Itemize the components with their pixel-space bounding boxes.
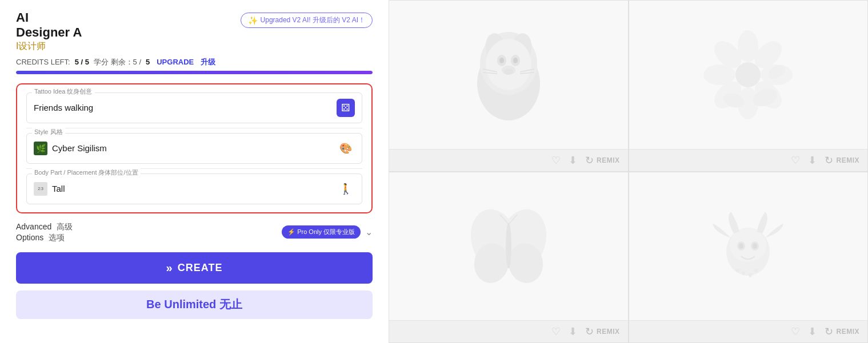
create-button[interactable]: » CREATE <box>16 252 373 284</box>
app-title-cn: I设计师 <box>16 41 82 53</box>
advanced-cn-label: 高级 <box>57 222 73 231</box>
app-title-line2: Designer A <box>16 25 82 40</box>
body-part-value-container: 2:3 Tall <box>34 182 65 196</box>
dice-icon: ⚄ <box>341 102 350 114</box>
create-button-label: CREATE <box>178 262 223 274</box>
upgrade-link-en[interactable]: UPGRADE <box>157 58 194 66</box>
download-icon-wolf[interactable]: ⬇ <box>569 154 577 167</box>
heart-icon-wolf[interactable]: ♡ <box>551 154 561 167</box>
svg-point-10 <box>504 69 513 75</box>
like-group-flower[interactable]: ♡ <box>791 154 800 167</box>
heart-icon-demon[interactable]: ♡ <box>791 325 800 338</box>
gallery-actions-butterfly: ♡ ⬇ ↻ REMIX <box>389 320 628 342</box>
remix-label-wolf: REMIX <box>597 156 620 164</box>
left-panel: AI Designer A I设计师 ✨ Upgraded V2 AI! 升级后… <box>0 0 389 343</box>
gallery-panel: ♡ ⬇ ↻ REMIX <box>389 0 868 343</box>
credits-label-en: CREDITS LEFT: <box>16 58 70 66</box>
unlimited-banner-text: Be Unlimited 无止 <box>146 298 242 310</box>
form-box: Tattoo Idea 纹身创意 Friends walking ⚄ Style… <box>16 83 373 213</box>
gallery-img-flower <box>629 1 868 149</box>
gallery-actions-flower: ♡ ⬇ ↻ REMIX <box>629 149 868 171</box>
like-group-wolf[interactable]: ♡ <box>551 154 561 167</box>
advanced-right-controls: ⚡ Pro Only 仅限专业版 ⌄ <box>282 225 373 239</box>
svg-point-7 <box>499 58 504 63</box>
upgrade-link-cn[interactable]: 升级 <box>201 57 215 67</box>
download-icon-flower[interactable]: ⬇ <box>808 154 817 167</box>
upgrade-badge-text: Upgraded V2 AI! 升级后的 V2 AI！ <box>261 15 365 25</box>
body-person-icon: 🚶 <box>339 183 352 195</box>
credits-value-cn: 5 <box>146 58 150 66</box>
style-thumb-icon: 🌿 <box>36 144 46 153</box>
upgrade-badge[interactable]: ✨ Upgraded V2 AI! 升级后的 V2 AI！ <box>241 13 373 28</box>
remix-group-wolf[interactable]: ↻ REMIX <box>585 154 620 167</box>
download-group-wolf[interactable]: ⬇ <box>569 154 577 167</box>
credits-label-cn: 学分 剩余：5 / <box>94 57 141 67</box>
divider-1 <box>26 128 362 128</box>
butterfly-svg <box>463 200 554 292</box>
pro-badge-text: ⚡ Pro Only 仅限专业版 <box>287 228 355 236</box>
body-part-input-row[interactable]: 2:3 Tall 🚶 <box>26 173 362 204</box>
download-group-demon[interactable]: ⬇ <box>808 325 817 338</box>
heart-icon-flower[interactable]: ♡ <box>791 154 800 167</box>
remix-icon-demon[interactable]: ↻ <box>825 325 833 338</box>
heart-icon-butterfly[interactable]: ♡ <box>551 325 561 338</box>
flower-svg <box>702 29 794 120</box>
remix-group-butterfly[interactable]: ↻ REMIX <box>585 325 620 338</box>
svg-point-31 <box>506 223 511 269</box>
style-thumb: 🌿 <box>34 142 47 155</box>
remix-label-butterfly: REMIX <box>597 328 620 336</box>
gallery-cell-butterfly: ♡ ⬇ ↻ REMIX <box>389 172 629 344</box>
advanced-label-block: Advanced 高级 Options 选项 <box>16 221 73 243</box>
style-icon-btn[interactable]: 🎨 <box>337 139 355 158</box>
svg-point-39 <box>753 243 757 249</box>
style-section: Style 风格 🌿 Cyber Sigilism 🎨 <box>26 133 362 164</box>
credits-row: CREDITS LEFT: 5 / 5 学分 剩余：5 / 5 UPGRADE … <box>16 57 373 67</box>
create-arrows-icon: » <box>166 261 173 275</box>
pro-only-badge[interactable]: ⚡ Pro Only 仅限专业版 <box>282 225 361 239</box>
progress-bar-container <box>16 71 373 74</box>
style-select-icon: 🎨 <box>339 142 352 155</box>
svg-point-4 <box>486 39 531 90</box>
unlimited-banner: Be Unlimited 无止 <box>16 290 373 319</box>
like-group-demon[interactable]: ♡ <box>791 325 800 338</box>
like-group-butterfly[interactable]: ♡ <box>551 325 561 338</box>
body-part-icon-btn[interactable]: 🚶 <box>337 180 355 198</box>
style-value-container: 🌿 Cyber Sigilism <box>34 142 107 155</box>
body-part-value-text: Tall <box>52 184 65 193</box>
body-part-label: Body Part / Placement 身体部位/位置 <box>32 168 141 177</box>
remix-label-demon: REMIX <box>836 328 859 336</box>
remix-group-demon[interactable]: ↻ REMIX <box>825 325 859 338</box>
download-group-butterfly[interactable]: ⬇ <box>569 325 577 338</box>
gallery-img-demon <box>629 172 868 321</box>
chevron-down-icon[interactable]: ⌄ <box>365 227 373 237</box>
gallery-img-wolf <box>389 1 628 149</box>
gallery-cell-flower: ♡ ⬇ ↻ REMIX <box>629 0 869 172</box>
demon-svg <box>702 200 794 292</box>
style-label: Style 风格 <box>32 128 65 136</box>
gallery-cell-demon: ♡ ⬇ ↻ REMIX <box>629 172 869 344</box>
style-input-row[interactable]: 🌿 Cyber Sigilism 🎨 <box>26 133 362 164</box>
advanced-label-en: Advanced <box>16 222 51 231</box>
body-thumb-text: 2:3 <box>38 187 43 191</box>
download-icon-demon[interactable]: ⬇ <box>808 325 817 338</box>
remix-icon-wolf[interactable]: ↻ <box>585 154 594 167</box>
dice-button[interactable]: ⚄ <box>337 99 355 117</box>
remix-icon-butterfly[interactable]: ↻ <box>585 325 594 338</box>
remix-group-flower[interactable]: ↻ REMIX <box>825 154 859 167</box>
tattoo-idea-label: Tattoo Idea 纹身创意 <box>32 87 95 96</box>
remix-label-flower: REMIX <box>836 156 859 164</box>
star-icon: ✨ <box>248 16 258 25</box>
progress-bar-fill <box>16 71 373 74</box>
tattoo-idea-value: Friends walking <box>34 103 93 112</box>
svg-point-23 <box>735 62 761 87</box>
tattoo-idea-section: Tattoo Idea 纹身创意 Friends walking ⚄ <box>26 92 362 123</box>
download-group-flower[interactable]: ⬇ <box>808 154 817 167</box>
advanced-sublabel-en: Options <box>16 233 43 242</box>
gallery-actions-wolf: ♡ ⬇ ↻ REMIX <box>389 149 628 171</box>
download-icon-butterfly[interactable]: ⬇ <box>569 325 577 338</box>
gallery-actions-demon: ♡ ⬇ ↻ REMIX <box>629 320 868 342</box>
svg-point-8 <box>513 58 518 63</box>
tattoo-idea-input-row[interactable]: Friends walking ⚄ <box>26 92 362 123</box>
credits-value-en: 5 / 5 <box>75 58 89 66</box>
remix-icon-flower[interactable]: ↻ <box>825 154 833 167</box>
